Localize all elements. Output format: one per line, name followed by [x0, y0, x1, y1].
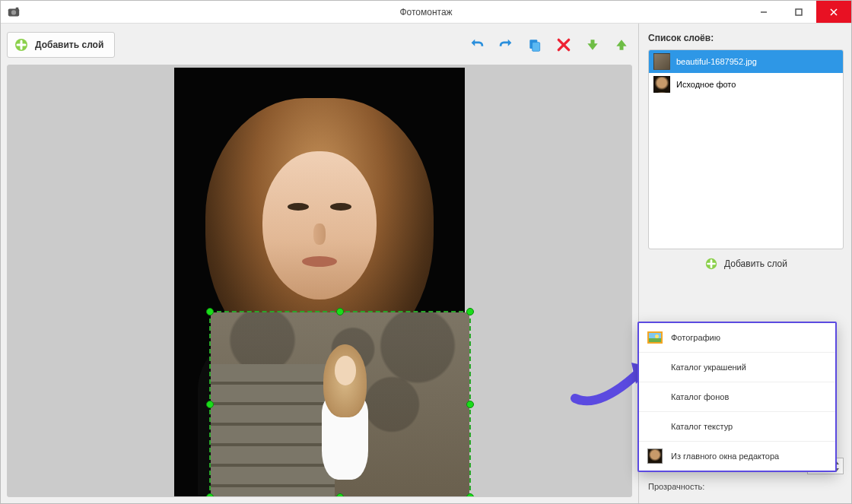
add-layer-link-label: Добавить слой — [724, 258, 787, 269]
dropdown-item-label: Каталог фонов — [671, 392, 729, 401]
maximize-button[interactable] — [781, 1, 816, 23]
layers-panel: Список слоёв: beautiful-1687952.jpg Исхо… — [638, 24, 851, 503]
svg-rect-4 — [796, 9, 802, 15]
canvas[interactable] — [7, 65, 632, 497]
redo-button[interactable] — [495, 34, 517, 55]
layer-list[interactable]: beautiful-1687952.jpg Исходное фото — [648, 49, 844, 249]
layer-thumbnail — [653, 53, 670, 70]
dropdown-item-textures[interactable]: Каталог текстур — [639, 412, 835, 442]
dropdown-item-decorations[interactable]: Каталог украшений — [639, 353, 835, 382]
resize-handle-e[interactable] — [466, 401, 474, 408]
delete-button[interactable] — [553, 34, 574, 55]
svg-point-2 — [11, 10, 16, 14]
canvas-content — [174, 68, 465, 497]
resize-handle-w[interactable] — [206, 401, 214, 408]
layer-thumbnail — [653, 76, 670, 93]
dropdown-item-label: Каталог текстур — [671, 422, 733, 431]
minimize-button[interactable] — [746, 1, 781, 23]
layer-item[interactable]: beautiful-1687952.jpg — [649, 50, 843, 73]
resize-handle-s[interactable] — [336, 493, 344, 497]
dropdown-item-from-editor[interactable]: Из главного окна редактора — [639, 442, 835, 471]
resize-handle-nw[interactable] — [206, 308, 214, 315]
editor-area: Добавить слой — [1, 24, 638, 503]
layers-heading: Список слоёв: — [648, 33, 844, 43]
svg-rect-1 — [16, 7, 19, 9]
resize-handle-sw[interactable] — [206, 493, 214, 497]
resize-handle-ne[interactable] — [466, 308, 474, 315]
plus-icon — [14, 37, 29, 52]
plus-icon — [704, 257, 718, 271]
dropdown-item-photo[interactable]: Фотографию — [639, 323, 835, 353]
app-icon — [7, 5, 21, 19]
app-window: Фотомонтаж Доба — [0, 0, 852, 504]
photo-icon — [647, 331, 663, 344]
add-layer-label: Добавить слой — [35, 40, 103, 50]
selected-layer[interactable] — [209, 311, 471, 497]
top-toolbar: Добавить слой — [7, 30, 632, 60]
resize-handle-n[interactable] — [336, 308, 344, 315]
layer-label: Исходное фото — [676, 80, 736, 89]
add-layer-dropdown: Фотографию Каталог украшений Каталог фон… — [637, 322, 837, 472]
opacity-label: Прозрачность: — [648, 482, 844, 491]
dropdown-item-label: Из главного окна редактора — [671, 452, 779, 461]
copy-button[interactable] — [524, 34, 545, 55]
add-layer-link[interactable]: Добавить слой — [648, 257, 844, 271]
undo-button[interactable] — [466, 34, 488, 55]
overlay-photo — [211, 312, 469, 496]
add-layer-button[interactable]: Добавить слой — [7, 32, 115, 58]
title-bar: Фотомонтаж — [1, 1, 851, 24]
svg-rect-11 — [532, 43, 540, 52]
layer-label: beautiful-1687952.jpg — [676, 57, 757, 66]
window-title: Фотомонтаж — [1, 7, 851, 17]
dropdown-item-label: Фотографию — [671, 333, 720, 342]
layer-item[interactable]: Исходное фото — [649, 73, 843, 96]
resize-handle-se[interactable] — [466, 493, 474, 497]
thumbnail-icon — [647, 449, 663, 463]
close-button[interactable] — [816, 1, 851, 23]
dropdown-item-label: Каталог украшений — [671, 363, 746, 372]
window-controls — [746, 1, 851, 23]
move-up-button[interactable] — [611, 34, 632, 55]
dropdown-item-backgrounds[interactable]: Каталог фонов — [639, 382, 835, 412]
move-down-button[interactable] — [582, 34, 603, 55]
